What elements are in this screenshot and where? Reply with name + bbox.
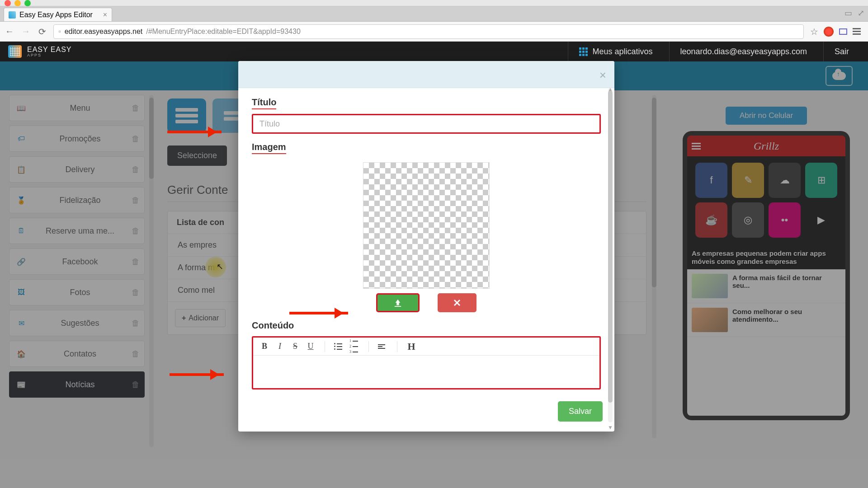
title-label: Título bbox=[252, 97, 276, 109]
browser-toolbar: ← → ⟳ ▫ editor.easyeasyapps.net/#MenuEnt… bbox=[0, 22, 868, 42]
brand-line1: EASY EASY bbox=[27, 46, 72, 53]
expand-icon[interactable]: ⤢ bbox=[858, 8, 864, 18]
editor-toolbar: B I S U 123 H bbox=[253, 338, 599, 356]
chrome-menu-icon[interactable] bbox=[853, 28, 861, 35]
tab-title: Easy Easy Apps Editor bbox=[19, 11, 93, 19]
modal-header: × bbox=[238, 61, 614, 88]
account-icon[interactable]: ▭ bbox=[844, 8, 852, 18]
annotation-arrow bbox=[170, 373, 224, 376]
annotation-arrow bbox=[167, 131, 222, 133]
align-button[interactable] bbox=[378, 343, 388, 350]
app-header: EASY EASY APPS Meus aplicativos leonardo… bbox=[0, 42, 868, 61]
image-placeholder bbox=[363, 162, 490, 289]
address-bar[interactable]: ▫ editor.easyeasyapps.net/#MenuEntryPlac… bbox=[53, 24, 804, 39]
bullet-list-button[interactable] bbox=[334, 343, 344, 350]
window-controls: ▭ ⤢ bbox=[844, 8, 864, 18]
modal-close-icon[interactable]: × bbox=[599, 68, 606, 82]
app-brand: EASY EASY APPS bbox=[27, 46, 72, 57]
annotation-arrow bbox=[289, 312, 348, 314]
macos-titlebar bbox=[0, 0, 868, 6]
macos-zoom[interactable] bbox=[24, 0, 31, 6]
macos-close[interactable] bbox=[5, 0, 11, 6]
page-icon: ▫ bbox=[58, 28, 61, 36]
back-button[interactable]: ← bbox=[5, 27, 14, 37]
grid-icon bbox=[579, 47, 588, 56]
bookmark-icon[interactable] bbox=[810, 26, 818, 37]
my-apps-label: Meus aplicativos bbox=[592, 47, 652, 56]
tab-close-icon[interactable]: × bbox=[103, 11, 107, 19]
user-email-label: leonardo.dias@easyeasyapps.com bbox=[680, 47, 807, 56]
macos-minimize[interactable] bbox=[14, 0, 21, 6]
browser-tab-strip: Easy Easy Apps Editor × ▭ ⤢ bbox=[0, 6, 868, 22]
remove-image-button[interactable] bbox=[438, 293, 476, 312]
browser-tab[interactable]: Easy Easy Apps Editor × bbox=[4, 8, 112, 21]
bold-button[interactable]: B bbox=[259, 342, 269, 351]
content-label: Conteúdo bbox=[252, 320, 294, 332]
heading-button[interactable]: H bbox=[406, 341, 416, 352]
reload-button[interactable]: ⟳ bbox=[37, 27, 47, 37]
save-button[interactable]: Salvar bbox=[558, 401, 603, 422]
user-email[interactable]: leonardo.dias@easyeasyapps.com bbox=[669, 42, 818, 61]
forward-button[interactable]: → bbox=[21, 27, 31, 37]
app-logo-icon bbox=[8, 45, 22, 58]
extension-icon[interactable] bbox=[824, 27, 834, 37]
close-icon bbox=[453, 299, 461, 306]
upload-image-button[interactable] bbox=[376, 293, 420, 312]
present-icon[interactable] bbox=[839, 28, 847, 35]
logout-link[interactable]: Sair bbox=[823, 42, 860, 61]
image-label: Imagem bbox=[252, 142, 286, 154]
strike-button[interactable]: S bbox=[290, 342, 300, 351]
modal-scrollbar[interactable]: ▲ ▼ bbox=[608, 88, 613, 422]
modal-footer: Salvar bbox=[238, 395, 614, 432]
tab-favicon bbox=[9, 11, 16, 19]
brand-line2: APPS bbox=[27, 53, 72, 57]
upload-icon bbox=[393, 299, 403, 307]
editor-textarea[interactable] bbox=[253, 356, 599, 388]
url-host: editor.easyeasyapps.net bbox=[65, 28, 143, 36]
ordered-list-button[interactable]: 123 bbox=[349, 339, 359, 354]
title-input[interactable] bbox=[252, 114, 601, 134]
modal-dialog: × Título Imagem Conteúdo bbox=[238, 61, 614, 432]
url-path: /#MenuEntryPlace:editable=EDIT&appId=934… bbox=[146, 28, 301, 36]
scroll-down-icon[interactable]: ▼ bbox=[608, 424, 613, 431]
modal-body: Título Imagem Conteúdo B I bbox=[238, 88, 614, 395]
italic-button[interactable]: I bbox=[275, 342, 285, 351]
my-apps-link[interactable]: Meus aplicativos bbox=[568, 42, 663, 61]
save-button-label: Salvar bbox=[569, 407, 592, 416]
logout-label: Sair bbox=[835, 47, 849, 56]
underline-button[interactable]: U bbox=[306, 342, 316, 351]
editor: B I S U 123 H bbox=[252, 336, 601, 389]
